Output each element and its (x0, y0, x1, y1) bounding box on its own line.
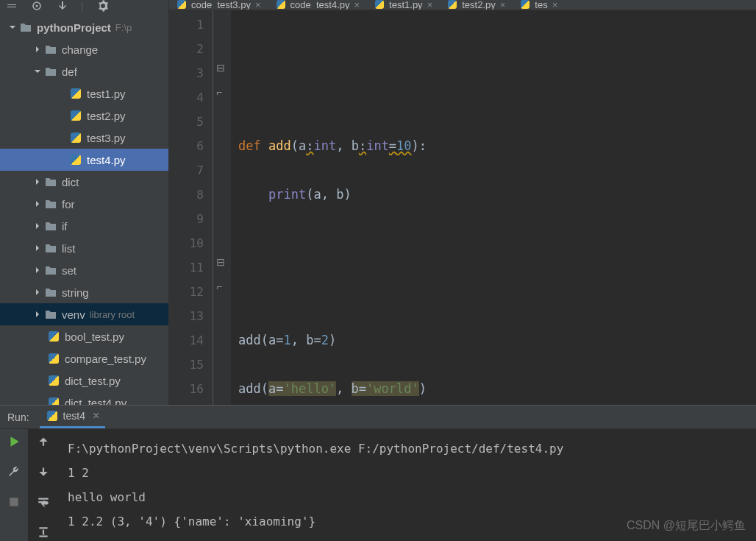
folder-icon (44, 65, 57, 78)
fold-gutter: ⊟ ⌐ ⊟ ⌐ (213, 10, 231, 405)
line-number[interactable]: 13 (169, 304, 204, 328)
tree-folder-if[interactable]: if (0, 215, 168, 237)
python-file-icon (69, 153, 82, 166)
folder-icon (44, 43, 57, 56)
chevron-down-icon[interactable] (7, 24, 18, 31)
console-line: 1 2 (68, 461, 747, 485)
line-number[interactable]: 3 (169, 61, 204, 85)
chevron-down-icon[interactable] (32, 68, 43, 75)
chevron-right-icon[interactable] (32, 266, 43, 274)
tree-folder-change[interactable]: change (0, 38, 168, 60)
chevron-right-icon[interactable] (32, 289, 43, 296)
line-number[interactable]: 4 (169, 85, 204, 110)
run-toolbar (0, 429, 28, 541)
editor-tabs: code_test3.py×code_test4.py×test1.py×tes… (169, 0, 756, 10)
close-icon[interactable]: × (255, 0, 261, 10)
tree-folder-list[interactable]: list (0, 237, 168, 259)
tree-file-test4.py[interactable]: test4.py (0, 149, 168, 171)
run-label: Run: (7, 411, 29, 423)
close-icon[interactable]: × (93, 409, 99, 422)
tree-folder-string[interactable]: string (0, 281, 168, 303)
python-icon (276, 0, 286, 10)
folder-icon (44, 286, 57, 299)
collapse-all-icon[interactable] (6, 0, 18, 14)
line-number[interactable]: 1 (169, 13, 204, 37)
tree-folder-for[interactable]: for (0, 193, 168, 215)
chevron-right-icon[interactable] (32, 244, 43, 252)
project-name: pythonProject (37, 21, 111, 34)
project-root[interactable]: pythonProject F:\p (0, 16, 168, 38)
close-icon[interactable]: × (427, 0, 433, 10)
tree-file-test1.py[interactable]: test1.py (0, 82, 168, 105)
project-path: F:\p (115, 22, 132, 33)
editor-tab[interactable]: code_test4.py× (268, 0, 368, 10)
folder-icon (44, 219, 57, 233)
tree-folder-dict[interactable]: dict (0, 171, 168, 193)
folder-icon (44, 197, 57, 211)
fold-end-icon[interactable]: ⌐ (216, 280, 225, 289)
stop-icon[interactable] (7, 495, 21, 511)
editor-tab[interactable]: tes× (513, 0, 565, 10)
python-icon (374, 0, 385, 10)
editor-tab[interactable]: test2.py× (440, 0, 513, 10)
wrench-icon[interactable] (7, 465, 21, 481)
tree-file-dict_test4.py[interactable]: dict_test4.py (0, 392, 168, 405)
tree-folder-set[interactable]: set (0, 259, 168, 281)
sidebar-toolbar: | (0, 0, 168, 13)
console-output[interactable]: F:\pythonProject\venv\Scripts\python.exe… (59, 429, 756, 541)
tree-folder-def[interactable]: def (0, 60, 168, 82)
tree-file-dict_test.py[interactable]: dict_test.py (0, 369, 168, 392)
line-number[interactable]: 8 (169, 183, 204, 207)
line-number[interactable]: 11 (169, 255, 204, 280)
line-number[interactable]: 5 (169, 110, 204, 134)
python-file-icon (69, 131, 82, 144)
svg-rect-2 (10, 498, 18, 506)
tree-file-test3.py[interactable]: test3.py (0, 127, 168, 149)
scroll-icon[interactable] (37, 526, 50, 541)
folder-icon (44, 264, 57, 277)
code-area[interactable]: def add(a:int, b:int=10): print(a, b) ad… (231, 10, 756, 405)
target-icon[interactable] (31, 0, 43, 14)
line-number[interactable]: 16 (169, 377, 204, 401)
svg-point-1 (36, 4, 38, 7)
tree-file-bool_test.py[interactable]: bool_test.py (0, 325, 168, 347)
project-tree: pythonProject F:\p changedeftest1.pytest… (0, 13, 168, 405)
close-icon[interactable]: × (500, 0, 506, 10)
python-icon (176, 0, 187, 10)
line-number[interactable]: 2 (169, 37, 204, 61)
up-arrow-icon[interactable] (37, 435, 50, 450)
line-number[interactable]: 6 (169, 134, 204, 158)
fold-icon[interactable]: ⊟ (216, 62, 225, 71)
settings-icon[interactable] (97, 0, 109, 14)
console-line: F:\pythonProject\venv\Scripts\python.exe… (68, 436, 747, 461)
close-icon[interactable]: × (354, 0, 360, 10)
tree-folder-venv[interactable]: venvlibrary root (0, 303, 168, 325)
editor-tab[interactable]: test1.py× (367, 0, 440, 10)
download-icon[interactable] (56, 0, 68, 14)
chevron-right-icon[interactable] (32, 200, 43, 208)
fold-end-icon[interactable]: ⌐ (216, 86, 225, 95)
run-tab[interactable]: test4 × (40, 406, 106, 428)
fold-icon[interactable]: ⊟ (216, 256, 225, 265)
folder-icon (44, 308, 57, 321)
folder-icon (44, 241, 57, 255)
line-number[interactable]: 12 (169, 280, 204, 304)
run-toolbar-secondary (28, 429, 59, 541)
soft-wrap-icon[interactable] (37, 495, 50, 511)
rerun-icon[interactable] (7, 435, 21, 450)
chevron-right-icon[interactable] (32, 311, 43, 318)
line-number[interactable]: 15 (169, 353, 204, 377)
line-number[interactable]: 14 (169, 328, 204, 353)
line-number[interactable]: 9 (169, 207, 204, 231)
tree-file-test2.py[interactable]: test2.py (0, 105, 168, 127)
editor-tab[interactable]: code_test3.py× (169, 0, 268, 10)
close-icon[interactable]: × (552, 0, 558, 10)
chevron-right-icon[interactable] (32, 46, 43, 53)
chevron-right-icon[interactable] (32, 222, 43, 230)
tree-file-compare_test.py[interactable]: compare_test.py (0, 347, 168, 369)
line-number[interactable]: 7 (169, 158, 204, 183)
folder-icon (44, 175, 57, 188)
chevron-right-icon[interactable] (32, 178, 43, 185)
line-number[interactable]: 10 (169, 231, 204, 255)
down-arrow-icon[interactable] (37, 465, 50, 481)
